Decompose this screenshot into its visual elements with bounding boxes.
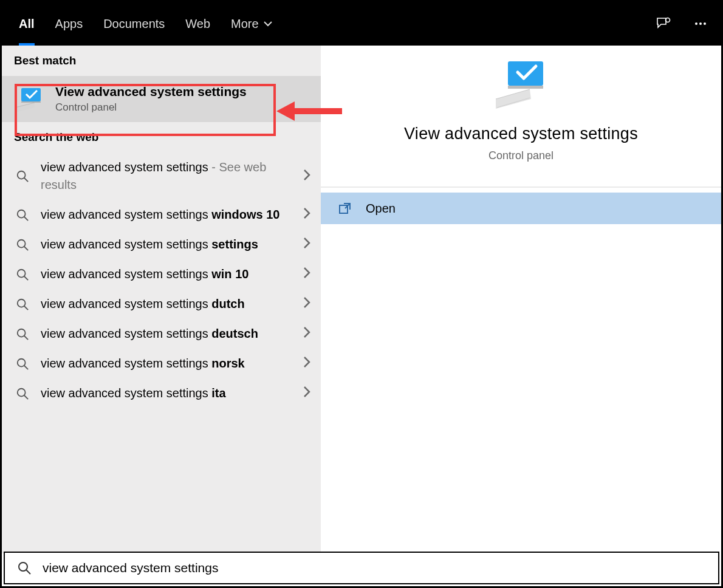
results-panel: Best match View advanced system settings…	[2, 46, 321, 553]
svg-rect-21	[508, 61, 543, 86]
search-icon	[14, 169, 31, 183]
best-match-title: View advanced system settings	[55, 84, 247, 99]
web-search-item-text: view advanced system settings norsk	[41, 355, 293, 372]
svg-rect-4	[21, 88, 41, 101]
svg-point-25	[19, 562, 27, 571]
best-match-subtitle: Control panel	[55, 101, 247, 114]
web-search-item[interactable]: view advanced system settings win 10	[2, 259, 321, 289]
chevron-right-icon[interactable]	[303, 326, 311, 341]
search-icon	[14, 387, 31, 400]
web-search-item-text: view advanced system settings windows 10	[41, 206, 293, 224]
svg-line-26	[26, 570, 30, 574]
chevron-right-icon[interactable]	[303, 296, 311, 312]
svg-point-3	[704, 22, 706, 25]
svg-line-12	[24, 276, 28, 279]
chevron-down-icon	[264, 21, 272, 27]
svg-rect-22	[508, 86, 543, 89]
svg-point-5	[18, 171, 26, 179]
chevron-right-icon[interactable]	[303, 169, 311, 184]
web-search-item[interactable]: view advanced system settings norsk	[2, 349, 321, 378]
open-button-label: Open	[366, 202, 396, 216]
svg-point-13	[18, 299, 26, 307]
more-options-icon[interactable]	[692, 15, 709, 32]
svg-point-1	[695, 22, 697, 25]
chevron-right-icon[interactable]	[303, 356, 311, 371]
svg-point-2	[699, 22, 702, 25]
search-icon	[17, 561, 32, 575]
search-bar[interactable]	[4, 552, 719, 584]
open-button[interactable]: Open	[321, 193, 721, 224]
web-search-item[interactable]: view advanced system settings settings	[2, 230, 321, 259]
svg-point-11	[18, 269, 26, 277]
web-search-item[interactable]: view advanced system settings - See web …	[2, 152, 321, 200]
svg-point-19	[18, 388, 26, 396]
svg-line-18	[24, 365, 28, 369]
web-search-item[interactable]: view advanced system settings deutsch	[2, 319, 321, 349]
feedback-icon[interactable]	[654, 15, 671, 32]
open-external-icon	[338, 201, 352, 216]
chevron-right-icon[interactable]	[303, 267, 311, 282]
web-search-item-text: view advanced system settings dutch	[41, 295, 293, 313]
web-search-item[interactable]: view advanced system settings ita	[2, 378, 321, 408]
tab-documents[interactable]: Documents	[103, 2, 165, 46]
svg-line-8	[24, 216, 28, 220]
svg-line-6	[24, 178, 28, 182]
search-icon	[14, 238, 31, 251]
search-icon	[14, 268, 31, 281]
tab-more[interactable]: More	[231, 2, 272, 46]
monitor-check-icon	[492, 59, 550, 112]
web-search-item-text: view advanced system settings ita	[41, 385, 293, 402]
web-search-item-text: view advanced system settings deutsch	[41, 325, 293, 343]
chevron-right-icon[interactable]	[303, 207, 311, 222]
web-search-item[interactable]: view advanced system settings dutch	[2, 289, 321, 319]
web-search-item-text: view advanced system settings - See web …	[41, 159, 293, 194]
best-match-result[interactable]: View advanced system settings Control pa…	[2, 76, 321, 122]
search-web-header: Search the web	[2, 122, 321, 152]
details-subtitle: Control panel	[488, 149, 553, 162]
best-match-header: Best match	[2, 46, 321, 76]
monitor-check-icon	[14, 87, 44, 111]
chevron-right-icon[interactable]	[303, 237, 311, 252]
web-search-item-text: view advanced system settings settings	[41, 236, 293, 253]
search-icon	[14, 298, 31, 311]
separator	[321, 186, 721, 188]
svg-point-15	[18, 329, 26, 337]
search-topbar: All Apps Documents Web More	[2, 2, 721, 46]
search-icon	[14, 327, 31, 341]
svg-line-10	[24, 246, 28, 250]
details-title: View advanced system settings	[404, 125, 638, 143]
details-panel: View advanced system settings Control pa…	[321, 46, 721, 553]
svg-point-7	[18, 210, 26, 217]
search-input[interactable]	[43, 561, 706, 575]
tab-all[interactable]: All	[19, 2, 35, 46]
tab-apps[interactable]: Apps	[55, 2, 83, 46]
tab-web[interactable]: Web	[185, 2, 210, 46]
chevron-right-icon[interactable]	[303, 386, 311, 401]
svg-line-16	[24, 335, 28, 339]
web-search-item[interactable]: view advanced system settings windows 10	[2, 200, 321, 230]
web-search-item-text: view advanced system settings win 10	[41, 265, 293, 283]
svg-line-14	[24, 306, 28, 309]
svg-point-9	[18, 239, 26, 247]
svg-line-20	[24, 395, 28, 398]
svg-point-17	[18, 358, 26, 366]
search-icon	[14, 357, 31, 371]
search-icon	[14, 208, 31, 222]
